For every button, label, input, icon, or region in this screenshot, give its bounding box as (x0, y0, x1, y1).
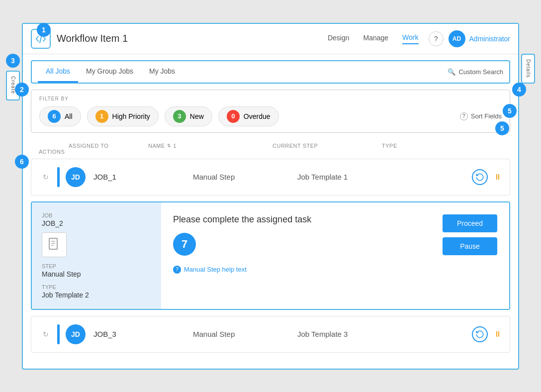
main-content: All Jobs My Group Jobs My Jobs 🔍 Custom … (23, 60, 518, 369)
col-assigned-to-label: ASSIGNED TO (69, 143, 148, 149)
step-7-badge-container: 7 (173, 233, 435, 256)
tab-my-group-jobs[interactable]: My Group Jobs (78, 61, 141, 83)
filter-section: FILTER BY 6 All 1 High Priority 3 New (31, 90, 510, 133)
job-name-3[interactable]: JOB_3 (93, 330, 193, 338)
job-actions-3: ⏸ (452, 326, 502, 342)
username[interactable]: Administrator (469, 35, 510, 43)
filter-priority-badge: 1 (95, 110, 108, 123)
job-left-bar-1 (57, 167, 60, 187)
sidebar-right: Details (520, 54, 536, 84)
search-icon: 🔍 (448, 68, 455, 76)
filter-buttons: 6 All 1 High Priority 3 New 0 Overdue (39, 106, 502, 126)
filter-all-label: All (65, 112, 73, 120)
filter-new-label: New (190, 112, 204, 120)
refresh-icon-3[interactable]: ↻ (39, 328, 52, 341)
col-assigned-to (39, 143, 69, 149)
help-icon[interactable]: ? (429, 31, 444, 46)
pause-icon-3[interactable]: ⏸ (494, 330, 502, 339)
tab-my-jobs[interactable]: My Jobs (141, 61, 183, 83)
expanded-actions: Proceed Pause (443, 214, 497, 255)
step-doc-icon (42, 232, 67, 257)
restart-icon-3[interactable] (472, 326, 488, 342)
pause-button[interactable]: Pause (443, 237, 497, 255)
job-step-1: Manual Step (193, 173, 297, 181)
job-type-3: Job Template 3 (297, 330, 452, 338)
restart-icon-1[interactable] (472, 169, 488, 185)
step-badge-4: 4 (512, 83, 526, 97)
job-expanded-right: Please complete the assigned task 7 ? Ma… (161, 202, 509, 309)
job-avatar-1: JD (66, 167, 86, 187)
job-left-bar-3 (57, 324, 60, 344)
filter-new-badge: 3 (173, 110, 186, 123)
nav-design[interactable]: Design (328, 34, 350, 44)
filter-overdue-label: Overdue (244, 112, 270, 120)
details-button[interactable]: Details (521, 54, 535, 84)
custom-search-label: Custom Search (458, 68, 503, 76)
job-actions-1: ⏸ (452, 169, 502, 185)
type-label: TYPE (42, 284, 151, 290)
step-badge-5: 5 (495, 121, 509, 135)
nav-manage[interactable]: Manage (363, 34, 389, 44)
job-step-3: Manual Step (193, 330, 297, 338)
job-value: JOB_2 (42, 219, 151, 227)
header-nav: Design Manage Work (328, 33, 419, 44)
filter-overdue-badge: 0 (227, 110, 240, 123)
col-type: TYPE (382, 143, 502, 149)
job-row-1: ↻ JD JOB_1 Manual Step Job Template 1 ⏸ (31, 159, 510, 196)
sort-fields[interactable]: ? Sort Fields (460, 112, 502, 120)
job-type-1: Job Template 1 (297, 173, 452, 181)
avatar: AD (449, 30, 465, 47)
svg-rect-0 (49, 238, 57, 249)
nav-work[interactable]: Work (402, 33, 418, 44)
filter-all[interactable]: 6 All (39, 106, 81, 126)
filter-new[interactable]: 3 New (165, 106, 212, 126)
tabs-container: All Jobs My Group Jobs My Jobs 🔍 Custom … (31, 60, 510, 84)
proceed-button[interactable]: Proceed (443, 214, 497, 232)
job-label: JOB (42, 212, 151, 218)
step-badge-3: 3 (6, 54, 20, 68)
custom-search[interactable]: 🔍 Custom Search (448, 68, 503, 76)
step-value: Manual Step (42, 270, 151, 278)
sort-icon: ⇅ (167, 143, 172, 148)
step-badge-7: 7 (173, 233, 196, 256)
job-expanded-left: JOB JOB_2 STEP Manual Step TYPE Job Temp… (32, 202, 161, 309)
main-container: 3 Create Details Workflow Item 1 Design … (22, 23, 519, 370)
pause-icon-1[interactable]: ⏸ (494, 173, 502, 182)
help-text-content: Manual Step help text (184, 266, 247, 273)
col-name[interactable]: NAME ⇅ 1 (148, 143, 272, 149)
job-avatar-3: JD (66, 324, 86, 344)
table-header: ASSIGNED TO NAME ⇅ 1 CURRENT STEP TYPE A… (31, 139, 510, 159)
step-label: STEP (42, 263, 151, 269)
job-row-2-expanded: JOB JOB_2 STEP Manual Step TYPE Job Temp… (31, 201, 510, 310)
page-title: Workflow Item 1 (57, 33, 328, 44)
help-circle-icon: ? (173, 266, 181, 274)
sort-help-icon: ? (460, 112, 468, 120)
step-badge-6: 6 (15, 155, 29, 169)
filter-all-badge: 6 (48, 110, 61, 123)
step-badge-5-filter: 5 (503, 104, 517, 118)
task-title: Please complete the assigned task (173, 214, 435, 225)
col-actions: ACTIONS (39, 149, 69, 155)
tab-all-jobs[interactable]: All Jobs (38, 61, 78, 83)
filter-priority-label: High Priority (112, 112, 150, 120)
filter-label: FILTER BY (39, 96, 502, 101)
job-row-3: ↻ JD JOB_3 Manual Step Job Template 3 ⏸ (31, 316, 510, 353)
refresh-icon-1[interactable]: ↻ (39, 171, 52, 184)
col-current-step: CURRENT STEP (272, 143, 382, 149)
step-badge-2: 2 (15, 83, 29, 97)
filter-overdue[interactable]: 0 Overdue (218, 106, 279, 126)
sort-fields-label: Sort Fields (471, 112, 502, 120)
type-value: Job Template 2 (42, 291, 151, 299)
help-text: ? Manual Step help text (173, 266, 435, 274)
step-badge-1: 1 (37, 23, 51, 37)
filter-high-priority[interactable]: 1 High Priority (87, 106, 159, 126)
job-name-1[interactable]: JOB_1 (93, 173, 193, 181)
header: Workflow Item 1 Design Manage Work ? AD … (23, 24, 518, 54)
